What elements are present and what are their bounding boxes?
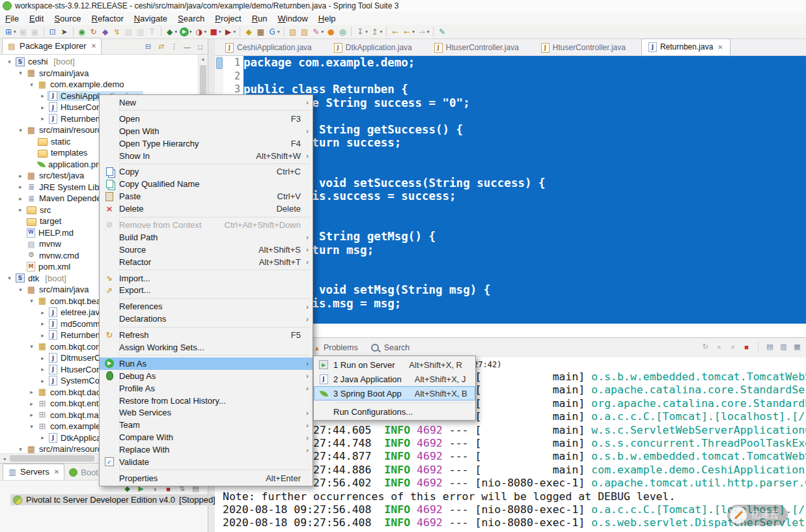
expander-icon[interactable]: ▾ bbox=[16, 446, 25, 453]
expander-icon[interactable]: ▸ bbox=[16, 206, 25, 213]
expander-icon[interactable]: ▾ bbox=[5, 275, 14, 281]
code-area[interactable]: package com.example.demo; public class R… bbox=[243, 56, 806, 337]
expander-icon[interactable]: ▾ bbox=[16, 287, 25, 293]
expander-icon[interactable]: ▸ bbox=[38, 92, 47, 99]
expander-icon[interactable]: ▸ bbox=[27, 389, 36, 395]
toolbar-external-tools-button[interactable]: ▶▾ bbox=[223, 26, 238, 38]
toolbar-profile-button[interactable]: ■▾ bbox=[208, 26, 223, 38]
menubar-source[interactable]: Source bbox=[49, 14, 86, 23]
menu-item-2-java-application[interactable]: J2 Java ApplicationAlt+Shift+X, J bbox=[314, 372, 475, 386]
toolbar-back-history-button[interactable]: ←▾ bbox=[401, 26, 416, 38]
toolbar-orange-ball-button[interactable]: ● bbox=[325, 26, 337, 38]
menu-item-1-run-on-server[interactable]: ▶1 Run on ServerAlt+Shift+X, R bbox=[314, 357, 475, 372]
expander-icon[interactable]: ▸ bbox=[38, 366, 47, 372]
menu-item-assign-working-sets[interactable]: Assign Working Sets... bbox=[100, 341, 313, 354]
toolbar-last-edit-location-button[interactable]: ✎ bbox=[436, 26, 448, 38]
toolbar-forward-button[interactable]: →▾ bbox=[416, 26, 431, 38]
scrollbar-thumb[interactable] bbox=[10, 455, 94, 462]
editor-tab-htusercontroller-java[interactable]: JHtuserController.java bbox=[428, 40, 525, 55]
expander-icon[interactable]: ▸ bbox=[16, 195, 25, 202]
remove-launch-icon[interactable]: × bbox=[714, 342, 724, 352]
link-with-editor-icon[interactable]: ⇄ bbox=[156, 42, 166, 51]
toolbar-select-pointer-button[interactable]: ➤ bbox=[59, 26, 70, 38]
expander-icon[interactable]: ▸ bbox=[38, 355, 47, 361]
menu-item-delete[interactable]: ×DeleteDelete bbox=[100, 203, 313, 215]
tree-item-src-main-java[interactable]: ▾▦src/main/java bbox=[0, 68, 199, 79]
toolbar-coverage-button[interactable]: ◑▾ bbox=[193, 26, 208, 38]
expander-icon[interactable]: ▸ bbox=[27, 412, 36, 418]
toolbar-debug-button[interactable]: ◆▾ bbox=[164, 26, 179, 38]
menu-item-team[interactable]: Team› bbox=[100, 419, 313, 431]
expander-icon[interactable]: ▾ bbox=[27, 423, 36, 430]
toolbar-boot-start-button[interactable]: ◉ bbox=[76, 26, 88, 38]
menu-item-3-spring-boot-app[interactable]: 3 Spring Boot AppAlt+Shift+X, B bbox=[314, 386, 475, 400]
scroll-lock-icon[interactable]: ▥ bbox=[779, 342, 788, 352]
toolbar-spring-restart-button[interactable]: ↻ bbox=[88, 26, 100, 38]
close-icon[interactable]: ✕ bbox=[717, 44, 723, 51]
toolbar-new-wizard-button[interactable]: ⊞▾ bbox=[3, 26, 18, 38]
expander-icon[interactable]: ▸ bbox=[27, 400, 36, 407]
toolbar-grails-button[interactable]: ◆ bbox=[100, 26, 111, 38]
tab-package-explorer[interactable]: ▤ Package Explorer ✕ bbox=[2, 38, 102, 54]
menu-item-profile-as[interactable]: Profile As› bbox=[100, 382, 313, 395]
toolbar-save-all-button[interactable]: ▣ bbox=[29, 26, 41, 38]
expander-icon[interactable]: ▸ bbox=[38, 104, 47, 111]
tree-item-ceshi[interactable]: ▾Sceshi[boot] bbox=[0, 56, 199, 68]
menu-item-replace-with[interactable]: Replace With› bbox=[100, 443, 313, 456]
toolbar-save-button[interactable]: ▣ bbox=[18, 26, 29, 38]
tab-problems[interactable]: ▲Problems bbox=[314, 343, 358, 352]
expander-icon[interactable]: ▾ bbox=[16, 127, 25, 133]
expander-icon[interactable]: ▸ bbox=[38, 378, 47, 384]
scroll-up-icon[interactable]: ▴ bbox=[199, 55, 208, 63]
view-menu-icon[interactable]: ⋮ bbox=[169, 42, 179, 51]
menu-item-run-as[interactable]: ▶Run As› bbox=[100, 357, 313, 370]
menu-item-references[interactable]: References› bbox=[100, 300, 313, 313]
toolbar-doc-one-button[interactable]: ▤ bbox=[123, 26, 135, 38]
close-icon[interactable]: ✕ bbox=[54, 468, 59, 475]
expander-icon[interactable]: ▸ bbox=[38, 320, 47, 327]
menu-item-source[interactable]: SourceAlt+Shift+S› bbox=[100, 244, 313, 256]
expander-icon[interactable]: ▸ bbox=[38, 332, 47, 339]
expander-icon[interactable]: ▸ bbox=[38, 309, 47, 316]
editor-tab-dtkapplication-java[interactable]: JDtkApplication.java bbox=[327, 40, 419, 55]
expander-icon[interactable]: ▸ bbox=[38, 115, 47, 122]
menu-item-export[interactable]: ⇗Export... bbox=[100, 284, 313, 296]
menu-item-properties[interactable]: PropertiesAlt+Enter bbox=[100, 472, 313, 484]
menu-item-import[interactable]: ⇘Import... bbox=[100, 272, 313, 285]
expander-icon[interactable]: ▾ bbox=[5, 59, 14, 65]
toolbar-text-tool-button[interactable]: T bbox=[146, 26, 158, 38]
toolbar-next-annotation-button[interactable]: ↧▾ bbox=[354, 26, 369, 38]
menu-item-debug-as[interactable]: Debug As› bbox=[100, 370, 313, 382]
menubar-help[interactable]: Help bbox=[313, 14, 341, 23]
menu-item-open-with[interactable]: Open With› bbox=[100, 125, 313, 137]
toolbar-open-resource-button[interactable]: ▨ bbox=[287, 26, 299, 38]
menu-item-copy[interactable]: CopyCtrl+C bbox=[100, 165, 313, 178]
server-item[interactable]: Pivotal tc Server Developer Edition v4.0… bbox=[10, 494, 221, 505]
toolbar-back-button[interactable]: ← bbox=[389, 26, 401, 38]
editor-tab-returnben-java[interactable]: JReturnben.java✕ bbox=[641, 38, 730, 55]
expander-icon[interactable]: ▸ bbox=[38, 434, 47, 441]
menubar-refactor[interactable]: Refactor bbox=[87, 14, 129, 23]
menu-item-paste[interactable]: PasteCtrl+V bbox=[100, 190, 313, 203]
toolbar-new-java-project-button[interactable]: ◆ bbox=[243, 26, 255, 38]
toolbar-quick-fix-button[interactable]: ↯ bbox=[111, 26, 123, 38]
editor-tab-htusercontroller-java[interactable]: JHtuserController.java bbox=[535, 40, 632, 55]
remove-all-launches-icon[interactable]: × bbox=[728, 342, 738, 352]
toolbar-prev-annotation-button[interactable]: ↥▾ bbox=[369, 26, 384, 38]
menu-item-remove-from-context[interactable]: ⊘Remove from ContextCtrl+Alt+Shift+Down bbox=[100, 219, 313, 231]
editor-tab-ceshiapplication-java[interactable]: JCeshiApplication.java bbox=[219, 40, 318, 55]
close-icon[interactable]: ✕ bbox=[91, 42, 96, 49]
toolbar-globe-button[interactable]: ◎ bbox=[337, 26, 348, 38]
menu-item-build-path[interactable]: Build Path› bbox=[100, 231, 313, 244]
menubar-window[interactable]: Window bbox=[273, 14, 313, 23]
expander-icon[interactable]: ▾ bbox=[27, 343, 36, 350]
maximize-icon[interactable]: □ bbox=[195, 42, 205, 51]
menu-item-new[interactable]: New› bbox=[100, 96, 313, 109]
menubar-search[interactable]: Search bbox=[173, 14, 210, 23]
menubar-edit[interactable]: Edit bbox=[24, 14, 49, 23]
expander-icon[interactable]: ▸ bbox=[16, 184, 25, 190]
menu-item-open-type-hierarchy[interactable]: Open Type HierarchyF4 bbox=[100, 137, 313, 150]
toolbar-new-package-button[interactable]: ▦ bbox=[255, 26, 266, 38]
toolbar-run-button[interactable]: ▶▾ bbox=[178, 26, 193, 38]
collapse-all-icon[interactable]: ⊟ bbox=[143, 42, 153, 51]
